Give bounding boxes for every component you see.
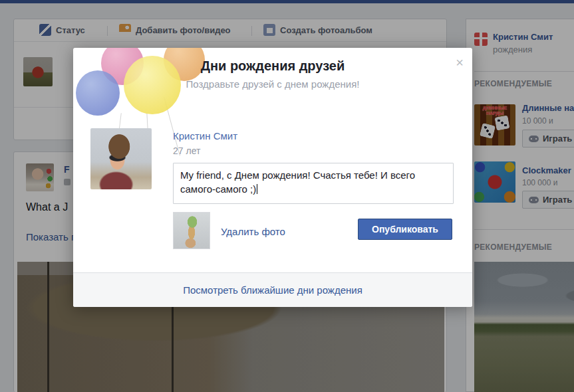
attached-photo-thumbnail[interactable] bbox=[173, 212, 210, 249]
remove-photo-link[interactable]: Удалить фото bbox=[221, 226, 285, 237]
birthday-modal: × Дни рождения друзей Поздравьте друзей … bbox=[73, 48, 472, 307]
friend-age: 27 лет bbox=[173, 146, 200, 156]
balloon-blue bbox=[76, 70, 120, 116]
modal-title: Дни рождения друзей bbox=[73, 58, 472, 74]
text-caret bbox=[257, 184, 257, 194]
friend-avatar[interactable] bbox=[90, 128, 152, 189]
facebook-page: Статус Добавить фото/видео Создать фотоа… bbox=[0, 0, 574, 392]
friend-name-link[interactable]: Кристин Смит bbox=[173, 130, 237, 142]
modal-footer: Посмотреть ближайшие дни рождения bbox=[73, 272, 472, 307]
birthday-message-text: My friend, с Днем рождения! Счастья тебе… bbox=[180, 169, 415, 195]
upcoming-birthdays-link[interactable]: Посмотреть ближайшие дни рождения bbox=[73, 273, 472, 307]
modal-subtitle: Поздравьте друзей с днем рождения! bbox=[73, 78, 472, 90]
birthday-message-input[interactable]: My friend, с Днем рождения! Счастья тебе… bbox=[173, 163, 454, 204]
publish-button[interactable]: Опубликовать bbox=[358, 219, 452, 240]
